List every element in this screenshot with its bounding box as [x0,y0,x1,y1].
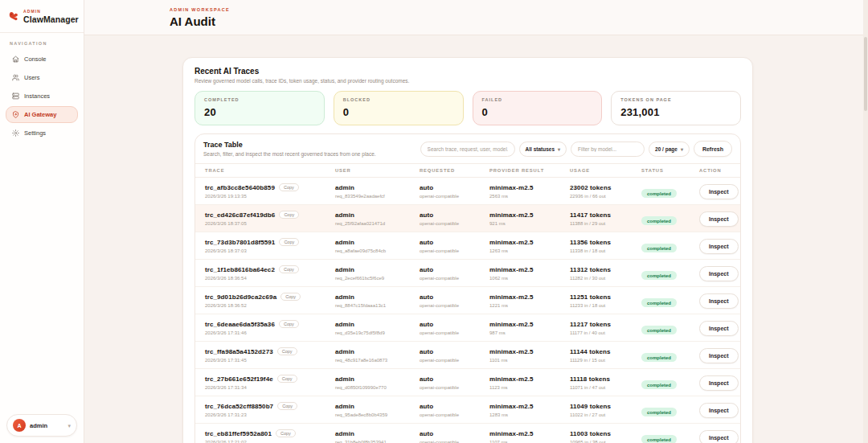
stat-label: COMPLETED [204,97,315,102]
trace-timestamp: 2026/3/26 18:37:03 [205,248,335,253]
inspect-button[interactable]: Inspect [699,348,739,363]
row-latency: 921 ms [489,221,570,226]
row-provider-model: minimax-m2.5 [489,239,570,246]
copy-button[interactable]: Copy [277,402,297,410]
row-tokens-detail: 11177 in / 40 out [570,330,641,335]
column-header: ACTION [699,168,731,173]
row-provider-model: minimax-m2.5 [489,266,570,273]
sidebar-item-ai-gateway[interactable]: AI Gateway [6,106,78,123]
row-tokens-total: 11144 tokens [570,348,641,355]
claw-logo-icon [7,10,19,23]
row-tokens-total: 11118 tokens [570,375,641,383]
inspect-button[interactable]: Inspect [699,430,739,443]
stat-card: FAILED 0 [473,91,603,125]
page-title: AI Audit [170,14,868,28]
row-tokens-detail: 11282 in / 30 out [570,276,641,281]
status-badge: completed [641,244,677,252]
column-header: USAGE [570,168,641,173]
row-latency: 1123 ms [489,385,570,390]
row-tokens-detail: 22936 in / 66 out [570,194,641,199]
sidebar-item-console[interactable]: Console [6,51,78,68]
row-requested-mode: auto [420,348,489,355]
trace-id: trc_6deaae6da5f35a36 [205,321,275,328]
row-latency: 2563 ms [489,194,570,199]
table-row: trc_76dca52cff8850b7 Copy 2026/3/26 17:3… [195,396,740,424]
row-tokens-total: 11417 tokens [570,211,641,219]
page-size-select[interactable]: 20 / page ▾ [649,142,690,157]
page-scrollbar[interactable] [863,0,868,443]
copy-button[interactable]: Copy [276,429,296,437]
status-badge: completed [641,271,677,280]
copy-button[interactable]: Copy [277,375,297,383]
inspect-button[interactable]: Inspect [699,211,739,227]
copy-button[interactable]: Copy [279,211,299,219]
row-provider-model: minimax-m2.5 [489,293,570,301]
table-row: trc_ffa98a5a4152d273 Copy 2026/3/26 17:3… [195,342,740,369]
stats-row: COMPLETED 20 BLOCKED 0 FAILED 0 [194,91,741,125]
row-requested-provider: openai-compatible [420,194,489,199]
brand-name: ClawManager [23,14,79,24]
row-requested-mode: auto [420,184,489,191]
copy-button[interactable]: Copy [279,320,299,328]
copy-button[interactable]: Copy [279,238,299,246]
copy-button[interactable]: Copy [280,293,301,301]
trace-id: trc_ed426c87ef419db6 [205,211,275,219]
row-latency: 1263 ms [489,248,570,253]
row-requested-mode: auto [420,321,489,328]
row-provider-model: minimax-m2.5 [489,184,570,191]
row-user: admin [335,266,420,273]
sidebar-item-instances[interactable]: Instances [6,88,78,105]
column-header: REQUESTED [420,168,489,173]
inspect-button[interactable]: Inspect [699,293,739,309]
inspect-button[interactable]: Inspect [699,239,739,254]
row-user: admin [335,375,420,383]
copy-button[interactable]: Copy [279,183,299,191]
inspect-button[interactable]: Inspect [699,321,739,336]
sidebar-item-settings[interactable]: Settings [6,125,78,142]
row-provider-model: minimax-m2.5 [489,375,570,383]
trace-timestamp: 2026/3/26 17:31:23 [205,412,335,417]
trace-id: trc_ffa98a5a4152d273 [205,348,273,355]
trace-table-panel: Trace Table Search, filter, and inspect … [194,133,741,443]
trace-timestamp: 2026/3/26 19:13:35 [205,194,335,199]
refresh-button[interactable]: Refresh [694,141,732,157]
inspect-button[interactable]: Inspect [699,266,739,281]
sidebar-item-users[interactable]: Users [6,69,78,86]
sidebar-item-label: Instances [24,92,50,100]
row-request-id: req_a8afae09d75c84cb [335,248,420,253]
row-tokens-total: 23002 tokens [570,184,641,191]
inspect-button[interactable]: Inspect [699,184,739,199]
row-provider-model: minimax-m2.5 [489,348,570,355]
stat-value: 231,001 [620,106,731,118]
user-menu-button[interactable]: A admin ▾ [6,414,77,437]
server-icon [12,92,19,100]
row-user: admin [335,321,420,328]
row-provider-model: minimax-m2.5 [489,211,570,219]
trace-timestamp: 2026/3/26 18:37:05 [205,221,335,226]
table-column-headers: TRACE USER REQUESTED PROVIDER RESULT USA… [195,163,740,178]
trace-id: trc_eb81ffef5952a801 [205,430,272,437]
chevron-down-icon: ▾ [68,423,71,429]
model-filter-input[interactable] [571,142,645,157]
status-filter-select[interactable]: All statuses ▾ [519,142,567,157]
copy-button[interactable]: Copy [277,347,297,355]
nav-section-label: NAVIGATION [0,33,84,49]
trace-timestamp: 2026/3/26 17:31:46 [205,330,335,335]
row-tokens-total: 11251 tokens [570,293,641,301]
stat-label: TOKENS ON PAGE [620,97,731,102]
search-input[interactable] [420,142,515,157]
row-request-id: req_25f92afaa021471d [335,221,420,226]
table-row: trc_eb81ffef5952a801 Copy 2026/3/26 17:2… [195,424,740,443]
status-badge: completed [641,326,677,334]
row-request-id: req_8847c15fdaaa13c1 [335,303,420,308]
row-request-id: req_833549e2aadaefcf [335,194,420,199]
inspect-button[interactable]: Inspect [699,403,739,418]
scrollbar-thumb[interactable] [864,37,867,111]
home-icon [12,55,19,63]
inspect-button[interactable]: Inspect [699,375,739,391]
row-requested-provider: openai-compatible [420,276,489,281]
row-tokens-detail: 11071 in / 47 out [570,385,641,390]
row-requested-mode: auto [420,403,489,410]
copy-button[interactable]: Copy [279,265,299,273]
status-filter-value: All statuses [526,146,555,152]
